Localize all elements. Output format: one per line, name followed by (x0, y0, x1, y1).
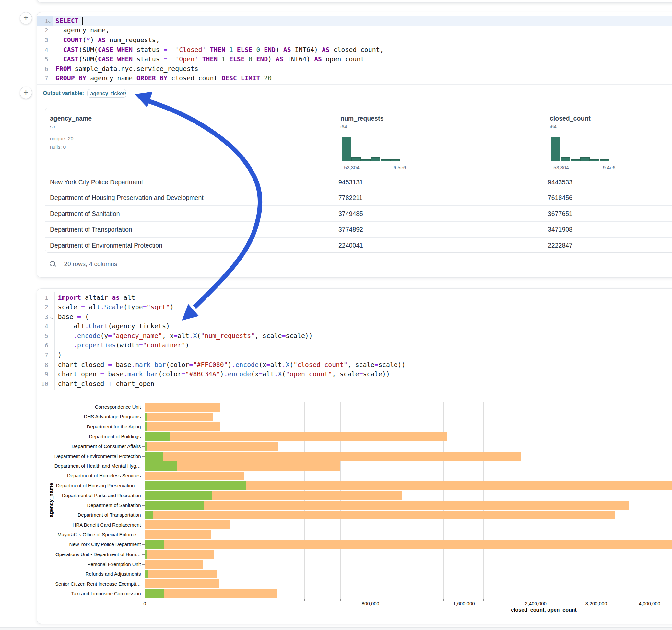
line-number: 6 (37, 341, 48, 350)
output-variable-value: agency_tickets (91, 91, 127, 96)
x-tick (464, 599, 464, 601)
closed-count-bar (145, 560, 203, 568)
line-number: 3 (37, 35, 48, 45)
table-cell[interactable]: 7782211 (338, 194, 362, 201)
y-axis-domain (145, 402, 145, 599)
code-line-text: SELECT (55, 16, 82, 26)
histogram-bar (371, 158, 380, 162)
x-tick (340, 599, 341, 601)
table-cell[interactable]: Department of Sanitation (50, 210, 120, 217)
table-cell[interactable]: Department of Housing Preservation and D… (50, 194, 203, 201)
sql-code-editor[interactable]: 1SELECT 2 agency_name,3 COUNT(*) AS num_… (37, 16, 672, 83)
x-tick (536, 599, 536, 601)
y-tick (142, 407, 145, 407)
line-number: 8 (37, 360, 48, 370)
y-tick (142, 466, 145, 466)
y-tick (142, 584, 145, 584)
code-line[interactable]: 6 .properties(width="container") (37, 341, 672, 350)
table-cell[interactable]: 3774892 (338, 226, 363, 233)
closed-count-bar (145, 589, 278, 598)
histogram-max-label: 9.4e6 (590, 165, 628, 170)
code-line[interactable]: 3 COUNT(*) AS num_requests, (37, 35, 672, 45)
y-axis-title: agency_name (48, 468, 54, 532)
grid-line (567, 402, 567, 599)
table-cell[interactable]: Department of Transportation (50, 226, 132, 233)
output-variable-label: Output variable: (43, 90, 84, 96)
fold-chevron-icon[interactable] (50, 316, 53, 319)
code-line[interactable]: 3base = ( (37, 312, 672, 322)
add-cell-button-output[interactable]: + (20, 87, 32, 99)
code-line[interactable]: 6FROM sample_data.nyc.service_requests (37, 64, 672, 74)
code-line[interactable]: 10chart_closed + chart_open (37, 379, 672, 389)
x-tick (421, 599, 422, 601)
y-tick (142, 427, 145, 427)
x-axis-tick-label: 800,000 (351, 601, 390, 606)
table-cell[interactable]: 3749485 (338, 210, 363, 217)
x-axis-title: closed_count, open_count (479, 607, 608, 613)
line-number: 5 (37, 54, 48, 64)
line-number: 2 (37, 302, 48, 312)
column-header-num_requests[interactable]: num_requests (340, 115, 383, 122)
active-line-highlight (37, 16, 672, 26)
x-tick (637, 599, 637, 601)
code-line[interactable]: 9chart_open = base.mark_bar(color="#8BC3… (37, 369, 672, 379)
python-code-editor[interactable]: 1import altair as alt2scale = alt.Scale(… (37, 293, 672, 389)
open-count-bar (145, 550, 146, 559)
table-cell[interactable]: Department of Environmental Protection (50, 242, 162, 249)
code-line[interactable]: 4 CAST(SUM(CASE WHEN status = 'Closed' T… (37, 45, 672, 55)
table-cell[interactable]: 2222847 (548, 242, 573, 249)
closed-count-bar (145, 432, 447, 441)
table-cell[interactable]: 7618456 (548, 194, 573, 201)
row-separator (45, 237, 672, 238)
code-line[interactable]: 4 alt.Chart(agency_tickets) (37, 321, 672, 331)
code-line[interactable]: 5 CAST(SUM(CASE WHEN status = 'Open' THE… (37, 54, 672, 64)
code-line-text: chart_closed + chart_open (58, 379, 154, 389)
grid-line (536, 402, 536, 599)
code-line[interactable]: 8chart_closed = base.mark_bar(color="#FF… (37, 360, 672, 370)
code-line-text: COUNT(*) AS num_requests, (55, 35, 160, 45)
sql-cell-separator (37, 84, 672, 84)
column-type: str (50, 124, 55, 130)
code-line[interactable]: 1import altair as alt (37, 293, 672, 303)
table-cell[interactable]: 3677651 (548, 210, 573, 217)
x-tick (624, 599, 624, 601)
code-line[interactable]: 7GROUP BY agency_name ORDER BY closed_co… (37, 74, 672, 83)
y-tick (142, 574, 145, 574)
notebook-page: + + 1SELECT 2 agency_name,3 COUNT(*) AS … (0, 0, 672, 630)
open-count-bar (145, 452, 163, 461)
table-cell[interactable]: 9453131 (338, 178, 363, 186)
add-cell-button-top[interactable]: + (20, 12, 32, 24)
row-separator (45, 221, 672, 222)
results-table[interactable]: agency_namestrunique: 20nulls: 0num_requ… (45, 107, 672, 253)
output-variable-badge[interactable]: agency_tickets (87, 89, 127, 98)
y-tick (142, 564, 145, 564)
column-header-closed_count[interactable]: closed_count (550, 115, 591, 122)
table-cell[interactable]: New York City Police Department (50, 178, 143, 186)
grid-line (397, 402, 398, 599)
code-line-text: chart_open = base.mark_bar(color="#8BC34… (58, 369, 390, 379)
x-axis-tick-label: 2,400,000 (517, 601, 555, 606)
y-tick (142, 515, 145, 515)
table-cell[interactable]: 3471908 (548, 226, 573, 233)
column-type: i64 (550, 124, 557, 130)
search-icon[interactable] (49, 260, 57, 268)
table-cell[interactable]: 2240041 (338, 242, 363, 249)
code-line[interactable]: 1SELECT (37, 16, 672, 26)
open-count-bar (145, 501, 204, 510)
code-line[interactable]: 2scale = alt.Scale(type="sqrt") (37, 302, 672, 312)
open-count-bar (145, 422, 147, 431)
column-header-agency_name[interactable]: agency_name (50, 115, 92, 122)
code-line[interactable]: 2 agency_name, (37, 26, 672, 35)
open-count-bar (145, 511, 153, 519)
code-line-text: GROUP BY agency_name ORDER BY closed_cou… (55, 74, 272, 83)
fold-chevron-icon[interactable] (49, 20, 51, 23)
table-cell[interactable]: 9443533 (548, 178, 573, 186)
code-line[interactable]: 5 .encode(y="agency_name", x=alt.X("num_… (37, 331, 672, 341)
y-tick (142, 555, 145, 555)
grid-line (610, 402, 610, 599)
x-tick (370, 599, 371, 601)
code-line[interactable]: 7) (37, 350, 672, 360)
x-axis-tick-label: 1,600,000 (445, 601, 483, 606)
line-number: 2 (37, 26, 48, 35)
y-tick (142, 446, 145, 446)
